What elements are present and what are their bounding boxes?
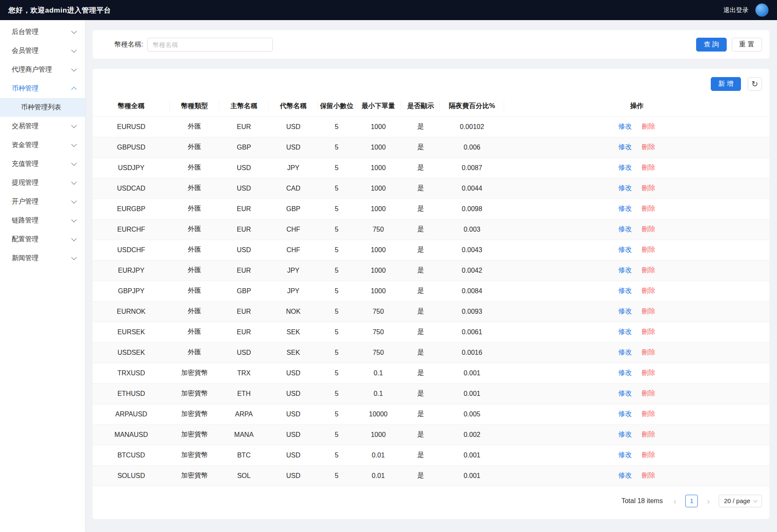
cell-type: 外匯 bbox=[170, 158, 219, 178]
sidebar-item-config[interactable]: 配置管理 bbox=[0, 230, 85, 249]
cell-overnight-fee: 0.003 bbox=[440, 219, 504, 240]
welcome-text: 您好，欢迎admin进入管理平台 bbox=[8, 5, 111, 15]
edit-link[interactable]: 修改 bbox=[618, 225, 632, 232]
cell-min-order: 1000 bbox=[355, 281, 401, 301]
cell-overnight-fee: 0.0098 bbox=[440, 199, 504, 219]
edit-link[interactable]: 修改 bbox=[618, 369, 632, 376]
sidebar-item-link[interactable]: 链路管理 bbox=[0, 211, 85, 230]
edit-link[interactable]: 修改 bbox=[618, 143, 632, 150]
cell-base-currency: USD bbox=[219, 178, 269, 199]
refresh-button[interactable]: ↻ bbox=[748, 77, 762, 91]
cell-decimals: 5 bbox=[318, 383, 355, 404]
sidebar-item-backstage[interactable]: 后台管理 bbox=[0, 23, 85, 41]
delete-link[interactable]: 刪除 bbox=[642, 472, 655, 479]
delete-link[interactable]: 刪除 bbox=[642, 225, 655, 232]
cell-quote-currency: USD bbox=[269, 116, 318, 137]
cell-visible: 是 bbox=[401, 260, 440, 281]
cell-full-name: USDSEK bbox=[93, 342, 170, 363]
sidebar-item-funds[interactable]: 资金管理 bbox=[0, 136, 85, 155]
cell-visible: 是 bbox=[401, 281, 440, 301]
currency-name-input[interactable] bbox=[147, 38, 273, 52]
edit-link[interactable]: 修改 bbox=[618, 349, 632, 356]
cell-base-currency: EUR bbox=[219, 219, 269, 240]
search-label: 幣種名稱: bbox=[114, 40, 143, 49]
delete-link[interactable]: 刪除 bbox=[642, 143, 655, 150]
cell-overnight-fee: 0.0043 bbox=[440, 240, 504, 260]
edit-link[interactable]: 修改 bbox=[618, 390, 632, 397]
table-row: SOLUSD加密貨幣SOLUSD50.01是0.001修改刪除 bbox=[93, 465, 769, 486]
delete-link[interactable]: 刪除 bbox=[642, 431, 655, 438]
sidebar-item-trade[interactable]: 交易管理 bbox=[0, 117, 85, 136]
sidebar-subitem-currency-list[interactable]: 币种管理列表 bbox=[0, 98, 85, 117]
sidebar-item-news[interactable]: 新闻管理 bbox=[0, 249, 85, 268]
delete-link[interactable]: 刪除 bbox=[642, 123, 655, 130]
next-page-button[interactable]: › bbox=[702, 495, 715, 507]
delete-link[interactable]: 刪除 bbox=[642, 246, 655, 253]
sidebar-item-member[interactable]: 会员管理 bbox=[0, 41, 85, 60]
table-row: EURCHF外匯EURCHF5750是0.003修改刪除 bbox=[93, 219, 769, 240]
chevron-down-icon bbox=[71, 179, 77, 185]
delete-link[interactable]: 刪除 bbox=[642, 266, 655, 274]
edit-link[interactable]: 修改 bbox=[618, 184, 632, 191]
cell-min-order: 1000 bbox=[355, 424, 401, 445]
delete-link[interactable]: 刪除 bbox=[642, 184, 655, 191]
avatar[interactable] bbox=[755, 3, 769, 17]
sidebar-item-withdraw[interactable]: 提现管理 bbox=[0, 173, 85, 192]
edit-link[interactable]: 修改 bbox=[618, 205, 632, 212]
cell-decimals: 5 bbox=[318, 281, 355, 301]
edit-link[interactable]: 修改 bbox=[618, 451, 632, 458]
cell-overnight-fee: 0.001 bbox=[440, 383, 504, 404]
reset-button[interactable]: 重 置 bbox=[732, 38, 762, 52]
delete-link[interactable]: 刪除 bbox=[642, 307, 655, 315]
delete-link[interactable]: 刪除 bbox=[642, 451, 655, 458]
cell-visible: 是 bbox=[401, 116, 440, 137]
delete-link[interactable]: 刪除 bbox=[642, 410, 655, 417]
edit-link[interactable]: 修改 bbox=[618, 246, 632, 253]
column-header: 是否顯示 bbox=[401, 96, 440, 116]
cell-overnight-fee: 0.0087 bbox=[440, 158, 504, 178]
logout-link[interactable]: 退出登录 bbox=[723, 6, 749, 14]
cell-full-name: GBPUSD bbox=[93, 137, 170, 158]
cell-actions: 修改刪除 bbox=[504, 301, 769, 322]
sidebar-item-recharge[interactable]: 充值管理 bbox=[0, 155, 85, 173]
chevron-down-icon bbox=[71, 236, 77, 241]
delete-link[interactable]: 刪除 bbox=[642, 369, 655, 376]
table-row: EURNOK外匯EURNOK5750是0.0093修改刪除 bbox=[93, 301, 769, 322]
page-size-select[interactable]: 20 / page bbox=[719, 495, 762, 507]
delete-link[interactable]: 刪除 bbox=[642, 287, 655, 294]
page-1-button[interactable]: 1 bbox=[685, 495, 698, 507]
delete-link[interactable]: 刪除 bbox=[642, 390, 655, 397]
query-button[interactable]: 查 詢 bbox=[696, 38, 726, 52]
cell-decimals: 5 bbox=[318, 465, 355, 486]
delete-link[interactable]: 刪除 bbox=[642, 328, 655, 335]
cell-actions: 修改刪除 bbox=[504, 465, 769, 486]
edit-link[interactable]: 修改 bbox=[618, 328, 632, 335]
sidebar-item-currency[interactable]: 币种管理 bbox=[0, 79, 85, 98]
edit-link[interactable]: 修改 bbox=[618, 472, 632, 479]
delete-link[interactable]: 刪除 bbox=[642, 349, 655, 356]
edit-link[interactable]: 修改 bbox=[618, 307, 632, 315]
edit-link[interactable]: 修改 bbox=[618, 164, 632, 171]
edit-link[interactable]: 修改 bbox=[618, 410, 632, 417]
edit-link[interactable]: 修改 bbox=[618, 287, 632, 294]
cell-actions: 修改刪除 bbox=[504, 199, 769, 219]
cell-decimals: 5 bbox=[318, 240, 355, 260]
sidebar-item-account-open[interactable]: 开户管理 bbox=[0, 192, 85, 211]
sidebar-item-agent-merchant[interactable]: 代理商户管理 bbox=[0, 60, 85, 79]
cell-type: 外匯 bbox=[170, 260, 219, 281]
cell-actions: 修改刪除 bbox=[504, 404, 769, 424]
sidebar-item-label: 币种管理 bbox=[12, 84, 39, 93]
chevron-down-icon bbox=[754, 498, 758, 502]
cell-decimals: 5 bbox=[318, 260, 355, 281]
add-button[interactable]: 新 增 bbox=[711, 77, 741, 91]
delete-link[interactable]: 刪除 bbox=[642, 164, 655, 171]
delete-link[interactable]: 刪除 bbox=[642, 205, 655, 212]
edit-link[interactable]: 修改 bbox=[618, 123, 632, 130]
pagination: Total 18 items ‹ 1 › 20 / page bbox=[93, 486, 769, 518]
edit-link[interactable]: 修改 bbox=[618, 431, 632, 438]
table-row: GBPUSD外匯GBPUSD51000是0.006修改刪除 bbox=[93, 137, 769, 158]
prev-page-button[interactable]: ‹ bbox=[668, 495, 681, 507]
cell-quote-currency: JPY bbox=[269, 158, 318, 178]
edit-link[interactable]: 修改 bbox=[618, 266, 632, 274]
table-row: USDSEK外匯USDSEK5750是0.0016修改刪除 bbox=[93, 342, 769, 363]
